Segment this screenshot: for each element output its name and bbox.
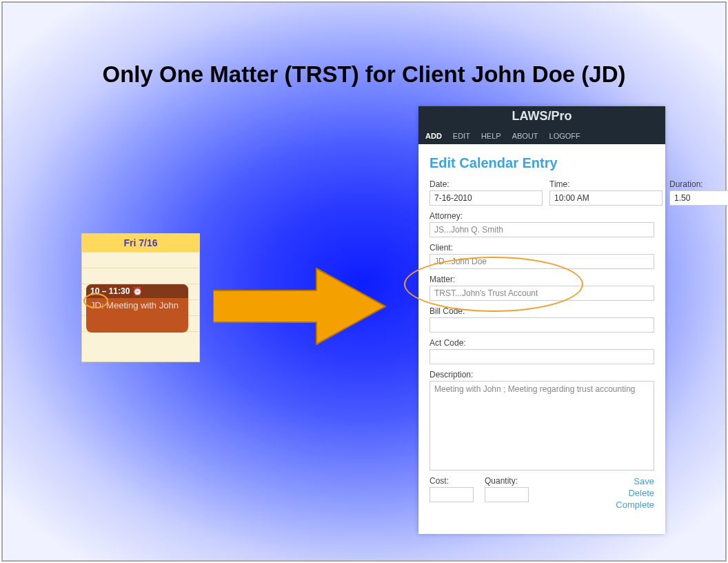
bill-code-field[interactable]: [429, 317, 654, 333]
matter-field[interactable]: [429, 286, 654, 301]
alarm-icon: ⏰: [132, 286, 143, 296]
label-bill-code: Bill Code:: [429, 306, 654, 316]
calendar-slot: [82, 331, 199, 347]
calendar-event-time-text: 10 – 11:30: [90, 286, 130, 296]
label-act-code: Act Code:: [429, 338, 654, 348]
label-time: Time:: [549, 179, 663, 189]
menu-item-about[interactable]: ABOUT: [512, 132, 538, 140]
calendar-slot: [82, 252, 199, 268]
app-bar: LAWS/Pro ADD EDIT HELP ABOUT LOGOFF: [418, 106, 665, 144]
calendar-event-title: JD: Meeting with John: [86, 298, 188, 313]
label-client: Client:: [429, 243, 654, 253]
calendar-fragment: Fri 7/16 10 – 11:30 ⏰ JD: Meeting with J…: [82, 234, 199, 362]
time-field[interactable]: [549, 190, 663, 206]
duration-field[interactable]: [669, 190, 728, 206]
calendar-event-time: 10 – 11:30 ⏰: [86, 284, 188, 298]
menu-item-help[interactable]: HELP: [481, 132, 501, 140]
description-field[interactable]: [429, 381, 654, 471]
slide-background: Only One Matter (TRST) for Client John D…: [1, 1, 727, 562]
label-attorney: Attorney:: [429, 211, 654, 221]
label-quantity: Quantity:: [485, 476, 529, 486]
label-date: Date:: [429, 179, 543, 189]
calendar-slot: [82, 268, 199, 284]
form-title: Edit Calendar Entry: [429, 155, 654, 171]
arrow-icon: [213, 265, 389, 348]
svg-marker-0: [213, 268, 385, 344]
app-title: LAWS/Pro: [418, 106, 665, 124]
client-field[interactable]: [429, 254, 654, 269]
act-code-field[interactable]: [429, 349, 654, 364]
label-description: Description:: [429, 370, 654, 379]
quantity-field[interactable]: [485, 487, 529, 502]
date-field[interactable]: [429, 190, 543, 206]
cost-field[interactable]: [429, 487, 474, 502]
menu-item-add[interactable]: ADD: [425, 132, 442, 140]
label-cost: Cost:: [429, 476, 474, 486]
complete-link[interactable]: Complete: [616, 500, 654, 510]
calendar-event[interactable]: 10 – 11:30 ⏰ JD: Meeting with John: [86, 284, 188, 333]
attorney-field[interactable]: [429, 222, 654, 237]
save-link[interactable]: Save: [616, 476, 654, 486]
menu-item-edit[interactable]: EDIT: [453, 132, 470, 140]
form-panel: LAWS/Pro ADD EDIT HELP ABOUT LOGOFF Edit…: [418, 106, 665, 534]
delete-link[interactable]: Delete: [616, 488, 654, 498]
label-duration: Duration:: [669, 179, 728, 189]
calendar-day-header: Fri 7/16: [82, 234, 199, 252]
menu-item-logoff[interactable]: LOGOFF: [549, 132, 580, 140]
slide-title: Only One Matter (TRST) for Client John D…: [102, 61, 625, 88]
label-matter: Matter:: [429, 275, 654, 284]
app-menu: ADD EDIT HELP ABOUT LOGOFF: [425, 132, 658, 140]
